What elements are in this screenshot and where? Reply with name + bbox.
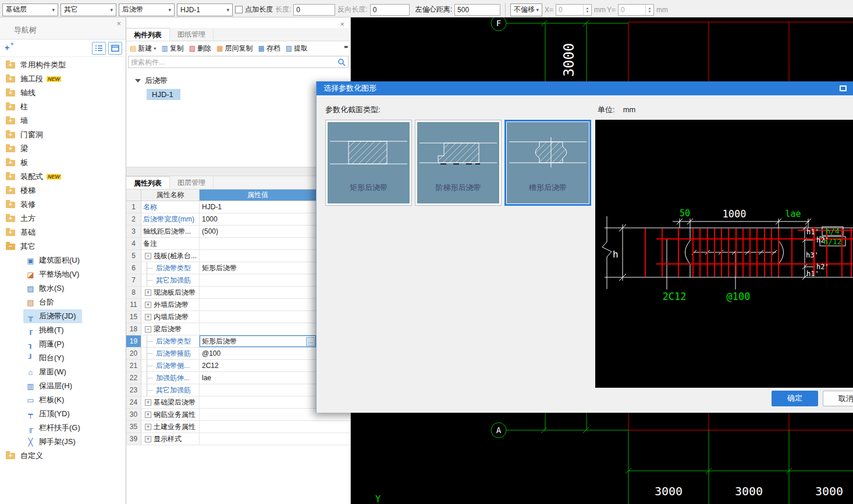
floor-select[interactable]: 基础层▾ — [2, 3, 58, 16]
length-label: 长度: — [275, 5, 291, 15]
expand-icon[interactable]: + — [145, 399, 151, 406]
extract-button[interactable]: ▨提取 — [286, 44, 308, 53]
spinner-arrows-icon[interactable]: ▲▼ — [583, 5, 591, 15]
offset-mode-select[interactable]: 不偏移▾ — [510, 3, 542, 16]
prop-value-cell[interactable] — [200, 433, 316, 445]
cancel-button[interactable]: 取消 — [823, 391, 853, 406]
sidebar-item[interactable]: ▤台阶 — [23, 295, 60, 309]
y-input[interactable]: 0▲▼ — [618, 4, 654, 16]
prop-value-cell[interactable] — [200, 274, 316, 286]
search-input[interactable] — [131, 58, 337, 66]
sidebar-item[interactable]: ▭栏板(K) — [23, 393, 70, 407]
sidebar-item[interactable]: +常用构件类型 — [3, 58, 72, 72]
prop-value-cell[interactable]: 2C12 — [200, 360, 316, 371]
ellipsis-button[interactable]: … — [306, 337, 315, 346]
card-stepped-strip[interactable]: 阶梯形后浇带 — [415, 120, 502, 206]
sidebar-item[interactable]: +装配式NEW — [3, 170, 67, 184]
maximize-icon[interactable] — [840, 85, 847, 91]
prop-value-cell[interactable] — [200, 311, 316, 323]
detail-view-button[interactable] — [108, 42, 122, 55]
new-button[interactable]: ▤新建▾ — [130, 44, 156, 53]
sidebar-item[interactable]: ▣建筑面积(U) — [23, 253, 86, 267]
prop-value-cell[interactable]: @100 — [200, 348, 316, 359]
search-icon[interactable] — [337, 58, 346, 66]
sidebar-item[interactable]: +施工段NEW — [3, 72, 67, 86]
sidebar-item[interactable]: ▨散水(S) — [23, 281, 70, 295]
sidebar-item[interactable]: +基础 — [3, 226, 41, 240]
prop-value-cell[interactable] — [200, 396, 316, 408]
sidebar-item[interactable]: ┎挑檐(T) — [23, 323, 70, 337]
sidebar-item[interactable]: +柱 — [3, 100, 34, 114]
expand-icon[interactable]: + — [145, 302, 151, 308]
prop-value-cell[interactable]: (500) — [200, 226, 316, 237]
add-icon[interactable]: ++ — [3, 42, 16, 54]
close-icon[interactable]: × — [116, 19, 121, 28]
prop-value-cell[interactable]: lae — [200, 372, 316, 384]
tab-property-list[interactable]: 属性列表 — [126, 176, 170, 189]
expand-icon[interactable]: + — [145, 289, 151, 296]
sidebar-item[interactable]: ┯压顶(YD) — [23, 407, 76, 421]
expand-icon[interactable]: + — [145, 412, 151, 418]
prop-value-cell[interactable]: 1000 — [200, 213, 316, 225]
expand-icon[interactable]: + — [145, 436, 151, 442]
prop-value-cell[interactable] — [200, 299, 316, 310]
prop-value-cell[interactable] — [200, 409, 316, 420]
prop-value-cell[interactable] — [200, 250, 316, 262]
prop-value-cell[interactable] — [200, 287, 316, 298]
sidebar-item[interactable]: ▥保温层(H) — [23, 379, 78, 393]
sidebar-item[interactable]: +土方 — [3, 212, 41, 226]
expanded-arrow-icon[interactable] — [135, 79, 141, 83]
prop-value-cell[interactable] — [200, 323, 316, 335]
layer-copy-button[interactable]: ▦层间复制 — [216, 44, 253, 53]
sidebar-item[interactable]: ┚阳台(Y) — [23, 351, 70, 365]
expand-icon[interactable]: + — [145, 314, 151, 320]
spinner-arrows-icon[interactable]: ▲▼ — [645, 5, 653, 15]
prop-value-cell[interactable] — [200, 421, 316, 432]
collapse-icon[interactable]: − — [145, 326, 151, 333]
component-select[interactable]: HJD-1▾ — [177, 3, 233, 16]
copy-button[interactable]: ▥复制 — [161, 44, 183, 53]
tab-component-list[interactable]: 构件列表 — [126, 28, 170, 41]
sidebar-item[interactable]: +轴线 — [3, 86, 41, 100]
sidebar-item[interactable]: ◪平整场地(V) — [23, 267, 85, 281]
ok-button[interactable]: 确定 — [772, 391, 818, 406]
sidebar-item[interactable]: ╓栏杆扶手(G) — [23, 421, 86, 435]
sidebar-item[interactable]: ┒雨蓬(P) — [23, 337, 70, 351]
prop-value-cell[interactable]: 矩形后浇带… — [200, 335, 316, 347]
reverse-length-input[interactable]: 0 — [370, 4, 410, 16]
archive-button[interactable]: ▩存档 — [258, 44, 280, 53]
sidebar-item[interactable]: −其它 — [3, 240, 41, 253]
left-offset-input[interactable]: 500 — [454, 4, 500, 16]
tab-drawing-management[interactable]: 图纸管理 — [170, 28, 214, 41]
sidebar-item[interactable]: +墙 — [3, 114, 34, 128]
sidebar-item[interactable]: +自定义 — [3, 449, 49, 463]
length-input[interactable]: 0 — [293, 4, 335, 16]
prop-value-cell[interactable] — [200, 238, 316, 249]
more-icon[interactable]: ▸▸ — [344, 44, 347, 49]
sidebar-item[interactable]: +板 — [3, 156, 34, 170]
sidebar-item[interactable]: +梁 — [3, 142, 34, 156]
dialog-titlebar[interactable]: 选择参数化图形 — [317, 81, 853, 95]
delete-button[interactable]: ▧删除 — [189, 44, 211, 53]
tree-item-hjd1[interactable]: HJD-1 — [147, 89, 180, 100]
sidebar-item[interactable]: +门窗洞 — [3, 128, 49, 142]
sidebar-item[interactable]: ⌂屋面(W) — [23, 365, 72, 379]
prop-value-cell[interactable]: HJD-1 — [200, 201, 316, 213]
element-type-select[interactable]: 后浇带▾ — [119, 3, 175, 16]
point-add-length-checkbox[interactable] — [235, 6, 243, 13]
tab-layer-management[interactable]: 图层管理 — [170, 176, 214, 189]
sidebar-item[interactable]: +装修 — [3, 198, 41, 212]
expand-icon[interactable]: + — [145, 424, 151, 430]
prop-value-cell[interactable]: 矩形后浇带 — [200, 262, 316, 274]
card-rect-strip[interactable]: 矩形后浇带 — [325, 120, 412, 206]
close-icon[interactable]: × — [340, 20, 344, 28]
sidebar-item[interactable]: +楼梯 — [3, 184, 41, 198]
card-groove-strip[interactable]: 槽形后浇带 — [504, 120, 591, 206]
list-view-button[interactable] — [92, 42, 106, 55]
prop-value-cell[interactable] — [200, 384, 316, 396]
sidebar-item[interactable]: ╥后浇带(JD) — [23, 309, 82, 323]
category-select[interactable]: 其它▾ — [61, 3, 116, 16]
collapse-icon[interactable]: − — [145, 253, 151, 259]
x-input[interactable]: 0▲▼ — [556, 4, 592, 16]
sidebar-item[interactable]: ╳脚手架(JS) — [23, 435, 81, 449]
